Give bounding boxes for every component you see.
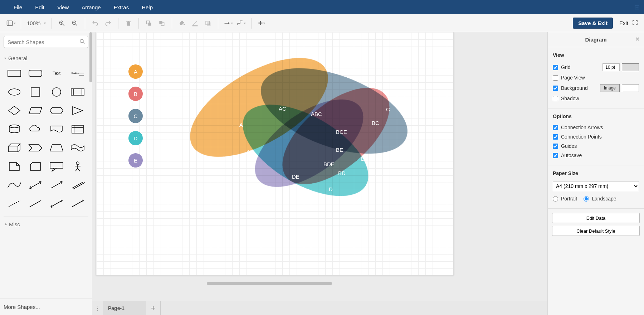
tabs-menu-icon[interactable]: ⋮ bbox=[92, 301, 103, 315]
shape-rectangle[interactable] bbox=[4, 66, 24, 81]
connection-icon[interactable]: ▾ bbox=[223, 18, 233, 28]
grid-color-swatch[interactable] bbox=[622, 63, 639, 71]
shape-bidir-arrow[interactable] bbox=[25, 178, 45, 192]
line-color-icon[interactable] bbox=[190, 18, 200, 28]
close-panel-icon[interactable]: ✕ bbox=[635, 36, 640, 43]
shape-arrow[interactable] bbox=[47, 178, 67, 192]
shape-dir-thin[interactable] bbox=[68, 197, 88, 211]
fullscreen-icon[interactable] bbox=[632, 19, 638, 27]
shadow-checkbox[interactable] bbox=[553, 96, 558, 101]
shape-process[interactable] bbox=[68, 85, 88, 99]
shape-triangle[interactable] bbox=[68, 103, 88, 118]
zoom-in-icon[interactable] bbox=[57, 18, 67, 28]
shape-diamond[interactable] bbox=[4, 103, 24, 118]
legend-D[interactable]: D bbox=[128, 131, 143, 145]
menu-help[interactable]: Help bbox=[135, 4, 159, 10]
shape-double-line[interactable] bbox=[68, 178, 88, 192]
venn-label-BC[interactable]: BC bbox=[372, 120, 379, 126]
autosave-checkbox[interactable] bbox=[553, 153, 558, 158]
paper-size-select[interactable]: A4 (210 mm x 297 mm) bbox=[553, 181, 639, 191]
guides-checkbox[interactable] bbox=[553, 144, 558, 149]
legend-E[interactable]: E bbox=[128, 153, 143, 168]
conn-points-checkbox[interactable] bbox=[553, 134, 558, 140]
sidebar-toggle-icon[interactable]: ▾ bbox=[6, 18, 16, 28]
background-image-button[interactable]: Image bbox=[600, 84, 620, 92]
drawing-page[interactable]: ABCDEAACABCCBCBCEADBEBBDEDEBDDE bbox=[96, 32, 454, 276]
shadow-icon[interactable] bbox=[203, 18, 213, 28]
portrait-radio[interactable] bbox=[553, 196, 558, 202]
menu-arrange[interactable]: Arrange bbox=[75, 4, 107, 10]
shape-card[interactable] bbox=[25, 159, 45, 174]
save-exit-button[interactable]: Save & Exit bbox=[573, 18, 613, 29]
to-back-icon[interactable] bbox=[157, 18, 167, 28]
shape-curve[interactable] bbox=[4, 178, 24, 192]
venn-label-DE[interactable]: DE bbox=[292, 174, 299, 180]
venn-label-C[interactable]: C bbox=[386, 106, 390, 112]
add-page-button[interactable]: + bbox=[146, 301, 161, 315]
left-scrollbar[interactable] bbox=[89, 32, 92, 82]
venn-label-BCE[interactable]: BCE bbox=[336, 129, 347, 135]
shape-text[interactable]: Text bbox=[47, 66, 67, 81]
insert-icon[interactable]: +▾ bbox=[257, 18, 267, 28]
shape-actor[interactable] bbox=[68, 159, 88, 174]
shape-cube[interactable] bbox=[4, 141, 24, 155]
search-icon[interactable] bbox=[79, 38, 86, 46]
redo-icon[interactable] bbox=[103, 18, 113, 28]
to-front-icon[interactable] bbox=[144, 18, 154, 28]
waypoint-icon[interactable]: ▾ bbox=[236, 18, 246, 28]
page-tab-1[interactable]: Page-1 bbox=[103, 301, 146, 315]
shape-dashed-line[interactable] bbox=[4, 197, 24, 211]
undo-icon[interactable] bbox=[90, 18, 100, 28]
grid-checkbox[interactable] bbox=[553, 65, 558, 70]
shape-heading[interactable]: Heading━━━━━━━━━━ bbox=[68, 66, 88, 81]
venn-label-AC[interactable]: AC bbox=[279, 106, 286, 112]
landscape-radio[interactable] bbox=[584, 196, 589, 202]
shape-callout[interactable] bbox=[47, 159, 67, 174]
delete-icon[interactable] bbox=[123, 18, 133, 28]
shape-note[interactable] bbox=[4, 159, 24, 174]
shape-trapezoid[interactable] bbox=[47, 141, 67, 155]
splitter-handle[interactable]: ⋮ bbox=[92, 166, 94, 181]
zoom-out-icon[interactable] bbox=[70, 18, 80, 28]
shape-hexagon[interactable] bbox=[47, 103, 67, 118]
conn-arrows-checkbox[interactable] bbox=[553, 125, 558, 130]
venn-label-A[interactable]: A bbox=[239, 122, 243, 128]
shape-line[interactable] bbox=[25, 197, 45, 211]
canvas[interactable]: ⋮ ABCDEAACABCCBCBCEADBEBBDEDEBDDE ⋮ Page… bbox=[92, 32, 547, 315]
shape-ellipse[interactable] bbox=[4, 85, 24, 99]
shape-document[interactable] bbox=[47, 122, 67, 136]
shape-step[interactable] bbox=[25, 141, 45, 155]
exit-button[interactable]: Exit bbox=[619, 20, 628, 26]
menu-view[interactable]: View bbox=[51, 4, 75, 10]
legend-C[interactable]: C bbox=[128, 109, 143, 123]
shape-square[interactable] bbox=[25, 85, 45, 99]
shape-circle[interactable] bbox=[47, 85, 67, 99]
menu-edit[interactable]: Edit bbox=[29, 4, 51, 10]
shape-rounded-rect[interactable] bbox=[25, 66, 45, 81]
shape-tape[interactable] bbox=[68, 141, 88, 155]
venn-label-BDE[interactable]: BDE bbox=[323, 161, 335, 167]
zoom-select[interactable]: 100%▾ bbox=[25, 20, 48, 26]
menu-extras[interactable]: Extras bbox=[107, 4, 136, 10]
shape-internal-storage[interactable] bbox=[68, 122, 88, 136]
more-shapes-button[interactable]: More Shapes... bbox=[0, 299, 92, 315]
venn-label-E[interactable]: E bbox=[270, 195, 273, 201]
venn-label-AD[interactable]: AD bbox=[247, 149, 254, 155]
shape-cylinder[interactable] bbox=[4, 122, 24, 136]
fill-color-icon[interactable] bbox=[177, 18, 187, 28]
legend-B[interactable]: B bbox=[128, 87, 143, 101]
venn-label-D[interactable]: D bbox=[329, 186, 333, 192]
venn-label-B[interactable]: B bbox=[361, 156, 365, 162]
background-color-swatch[interactable] bbox=[622, 84, 639, 92]
canvas-hscrollbar[interactable] bbox=[207, 282, 332, 285]
shape-parallelogram[interactable] bbox=[25, 103, 45, 118]
edit-data-button[interactable]: Edit Data bbox=[552, 213, 640, 223]
shape-bidir-thin[interactable] bbox=[47, 197, 67, 211]
menu-file[interactable]: File bbox=[7, 4, 29, 10]
category-misc[interactable]: ▾Misc bbox=[4, 217, 88, 231]
venn-label-BE[interactable]: BE bbox=[336, 147, 343, 153]
clear-style-button[interactable]: Clear Default Style bbox=[552, 226, 640, 236]
grid-size-input[interactable] bbox=[602, 63, 620, 71]
legend-A[interactable]: A bbox=[128, 64, 143, 79]
shape-cloud[interactable] bbox=[25, 122, 45, 136]
